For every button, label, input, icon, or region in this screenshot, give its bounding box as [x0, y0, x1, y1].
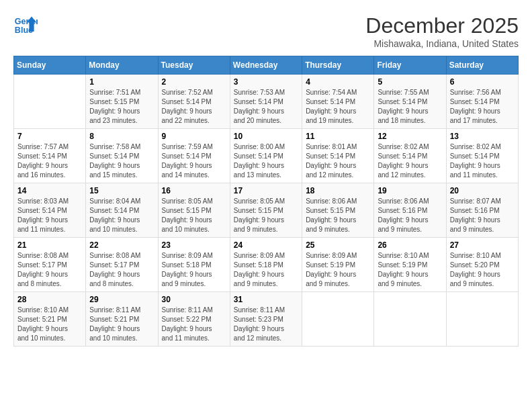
day-info-line: Sunrise: 8:10 AM [378, 251, 442, 261]
day-info-line: Daylight: 9 hours [378, 270, 442, 279]
day-number: 22 [89, 240, 154, 250]
day-info-line: and 9 minutes. [378, 225, 442, 234]
month-title: December 2025 [365, 13, 519, 38]
day-info-line: Sunset: 5:22 PM [162, 315, 226, 324]
day-info-line: and 9 minutes. [450, 225, 515, 234]
day-number: 27 [450, 240, 515, 250]
day-info-line: and 18 minutes. [378, 116, 442, 126]
day-info-line: and 10 minutes. [89, 334, 154, 343]
day-info-line: Sunrise: 8:07 AM [450, 197, 515, 206]
day-info-line: Daylight: 9 hours [450, 161, 515, 171]
day-info-line: Sunrise: 7:57 AM [17, 142, 82, 152]
day-info-line: Daylight: 9 hours [378, 107, 442, 116]
day-info-line: and 12 minutes. [306, 171, 370, 180]
calendar-cell: 11Sunrise: 8:01 AMSunset: 5:14 PMDayligh… [302, 129, 374, 183]
day-info-line: Sunrise: 8:09 AM [162, 251, 226, 261]
day-info-line: Sunset: 5:15 PM [89, 97, 154, 107]
day-info-line: Sunset: 5:18 PM [162, 261, 226, 270]
day-info-line: Sunset: 5:14 PM [306, 152, 370, 161]
week-row-2: 7Sunrise: 7:57 AMSunset: 5:14 PMDaylight… [14, 129, 519, 183]
day-info-line: Sunset: 5:21 PM [89, 315, 154, 324]
weekday-header-sunday: Sunday [14, 56, 86, 75]
calendar-cell: 16Sunrise: 8:05 AMSunset: 5:15 PMDayligh… [158, 183, 230, 238]
day-number: 8 [89, 132, 154, 141]
day-info-line: Sunrise: 8:05 AM [162, 197, 226, 206]
calendar-cell: 13Sunrise: 8:02 AMSunset: 5:14 PMDayligh… [446, 129, 518, 183]
day-info-line: Sunset: 5:14 PM [234, 152, 298, 161]
day-info-line: Sunrise: 7:55 AM [378, 88, 442, 97]
weekday-header-monday: Monday [86, 56, 158, 75]
calendar-cell [302, 292, 374, 347]
calendar-cell: 5Sunrise: 7:55 AMSunset: 5:14 PMDaylight… [374, 75, 446, 129]
day-info-line: Daylight: 9 hours [162, 270, 226, 279]
day-number: 26 [378, 240, 442, 250]
day-info-line: and 8 minutes. [89, 279, 154, 289]
calendar-cell: 9Sunrise: 7:59 AMSunset: 5:14 PMDaylight… [158, 129, 230, 183]
calendar-cell: 25Sunrise: 8:09 AMSunset: 5:19 PMDayligh… [302, 238, 374, 292]
calendar-cell [446, 292, 518, 347]
calendar-cell: 6Sunrise: 7:56 AMSunset: 5:14 PMDaylight… [446, 75, 518, 129]
calendar-cell: 24Sunrise: 8:09 AMSunset: 5:18 PMDayligh… [230, 238, 302, 292]
calendar-cell: 15Sunrise: 8:04 AMSunset: 5:14 PMDayligh… [86, 183, 158, 238]
day-info-line: Daylight: 9 hours [234, 107, 298, 116]
day-info-line: and 15 minutes. [89, 171, 154, 180]
day-info-line: Daylight: 9 hours [17, 324, 82, 334]
day-info-line: Sunset: 5:14 PM [162, 152, 226, 161]
day-info-line: Sunrise: 8:11 AM [89, 306, 154, 315]
day-info-line: Sunrise: 8:11 AM [162, 306, 226, 315]
day-info-line: Sunset: 5:15 PM [234, 206, 298, 216]
day-info-line: Daylight: 9 hours [306, 161, 370, 171]
calendar-cell: 14Sunrise: 8:03 AMSunset: 5:14 PMDayligh… [14, 183, 86, 238]
day-info-line: Sunrise: 7:56 AM [450, 88, 515, 97]
day-number: 14 [17, 186, 82, 195]
day-number: 1 [89, 77, 154, 87]
day-info-line: Sunset: 5:19 PM [378, 261, 442, 270]
day-number: 20 [450, 186, 515, 195]
day-info-line: Daylight: 9 hours [234, 324, 298, 334]
day-info-line: Daylight: 9 hours [17, 216, 82, 225]
week-row-1: 1Sunrise: 7:51 AMSunset: 5:15 PMDaylight… [14, 75, 519, 129]
day-info-line: Sunrise: 8:11 AM [234, 306, 298, 315]
calendar-cell: 3Sunrise: 7:53 AMSunset: 5:14 PMDaylight… [230, 75, 302, 129]
day-info-line: and 12 minutes. [234, 334, 298, 343]
day-info-line: Sunset: 5:14 PM [450, 97, 515, 107]
day-info-line: and 11 minutes. [162, 334, 226, 343]
day-number: 23 [162, 240, 226, 250]
calendar-cell: 7Sunrise: 7:57 AMSunset: 5:14 PMDaylight… [14, 129, 86, 183]
day-info-line: and 10 minutes. [17, 334, 82, 343]
day-info-line: Sunrise: 8:04 AM [89, 197, 154, 206]
day-info-line: Daylight: 9 hours [450, 107, 515, 116]
calendar-cell: 27Sunrise: 8:10 AMSunset: 5:20 PMDayligh… [446, 238, 518, 292]
day-number: 31 [234, 295, 298, 304]
calendar-table: SundayMondayTuesdayWednesdayThursdayFrid… [13, 56, 519, 347]
week-row-4: 21Sunrise: 8:08 AMSunset: 5:17 PMDayligh… [14, 238, 519, 292]
day-info-line: Daylight: 9 hours [162, 216, 226, 225]
weekday-header-row: SundayMondayTuesdayWednesdayThursdayFrid… [14, 56, 519, 75]
day-number: 28 [17, 295, 82, 304]
day-info-line: Daylight: 9 hours [89, 107, 154, 116]
day-number: 2 [162, 77, 226, 87]
day-number: 18 [306, 186, 370, 195]
day-info-line: Daylight: 9 hours [89, 324, 154, 334]
day-info-line: Daylight: 9 hours [378, 161, 442, 171]
day-info-line: Daylight: 9 hours [450, 270, 515, 279]
weekday-header-thursday: Thursday [302, 56, 374, 75]
day-info-line: Daylight: 9 hours [234, 216, 298, 225]
day-info-line: and 9 minutes. [162, 279, 226, 289]
day-info-line: and 9 minutes. [378, 279, 442, 289]
day-info-line: Daylight: 9 hours [162, 107, 226, 116]
day-info-line: Daylight: 9 hours [306, 216, 370, 225]
day-number: 10 [234, 132, 298, 141]
calendar-cell: 2Sunrise: 7:52 AMSunset: 5:14 PMDaylight… [158, 75, 230, 129]
day-info-line: Daylight: 9 hours [162, 161, 226, 171]
day-info-line: Daylight: 9 hours [89, 161, 154, 171]
calendar-cell: 22Sunrise: 8:08 AMSunset: 5:17 PMDayligh… [86, 238, 158, 292]
calendar-cell: 20Sunrise: 8:07 AMSunset: 5:16 PMDayligh… [446, 183, 518, 238]
day-info-line: Sunset: 5:14 PM [162, 97, 226, 107]
day-info-line: Sunrise: 7:53 AM [234, 88, 298, 97]
day-number: 15 [89, 186, 154, 195]
day-info-line: Sunrise: 7:54 AM [306, 88, 370, 97]
day-info-line: Daylight: 9 hours [17, 270, 82, 279]
day-number: 24 [234, 240, 298, 250]
day-number: 12 [378, 132, 442, 141]
